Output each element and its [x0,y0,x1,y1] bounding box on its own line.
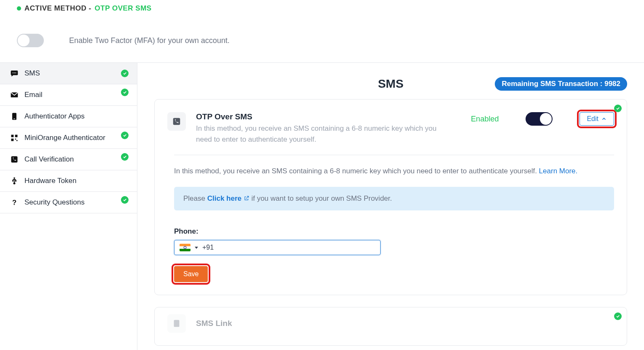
phone-input-group[interactable] [174,240,381,255]
svg-rect-4 [13,118,15,119]
svg-rect-6 [15,135,18,137]
method-body-text: In this method, you receive an SMS conta… [174,165,614,177]
phone-icon [10,155,19,164]
svg-point-1 [14,73,15,73]
sidebar-item-label: MiniOrange Authenticator [24,134,105,142]
method-title: SMS Link [196,319,232,328]
envelope-icon [10,91,19,99]
otp-over-sms-card: OTP Over SMS In this method, you receive… [154,99,627,295]
svg-rect-5 [11,135,14,137]
learn-more-link[interactable]: Learn More. [539,167,578,175]
svg-rect-8 [15,139,16,140]
sidebar-item-authenticator-apps[interactable]: Authenticator Apps [0,106,137,127]
page-title: SMS [378,77,404,91]
svg-point-11 [13,183,15,184]
method-title: OTP Over SMS [196,112,440,121]
sidebar-item-hardware-token[interactable]: Hardware Token [0,170,137,192]
check-icon [121,70,129,77]
chevron-down-icon[interactable] [195,247,198,249]
check-icon [614,312,622,320]
remaining-label: Remaining SMS Transaction : [502,80,604,88]
remaining-value: 9982 [604,80,620,88]
status-dot [17,6,21,11]
svg-rect-9 [16,140,18,141]
phone-icon [167,112,186,131]
sidebar-item-label: Email [24,91,43,99]
usb-icon [10,177,19,185]
svg-rect-7 [11,139,14,141]
svg-rect-10 [11,156,18,163]
setup-sms-provider-link[interactable]: Click here [207,194,252,202]
sidebar-item-label: Authenticator Apps [24,112,85,121]
active-method-label: ACTIVE METHOD - [24,4,91,13]
info-prefix: Please [183,194,207,202]
check-icon [121,153,129,161]
check-icon [121,132,129,139]
sidebar-item-call-verification[interactable]: Call Verification [0,149,137,170]
svg-rect-12 [16,180,16,181]
check-icon [121,196,129,204]
qr-icon [10,134,19,142]
sidebar-item-label: SMS [24,69,40,78]
sms-link-card: SMS Link [154,307,627,346]
sidebar-item-miniorange-authenticator[interactable]: MiniOrange Authenticator [0,127,137,149]
link-icon [167,314,186,333]
edit-button[interactable]: Edit [580,112,614,126]
svg-rect-16 [174,320,180,327]
phone-app-icon [10,112,19,121]
phone-label: Phone: [174,227,614,236]
sidebar: SMS Email Authenticator Apps MiniOrange … [0,63,137,350]
question-icon: ? [10,198,19,207]
sidebar-item-sms[interactable]: SMS [0,63,137,84]
edit-button-label: Edit [587,115,598,123]
sms-provider-info: Please Click here if you want to setup y… [174,187,614,210]
svg-point-13 [13,180,13,181]
svg-text:?: ? [12,199,16,207]
chat-dots-icon [10,69,19,78]
toggle-knob [540,113,552,125]
remaining-sms-badge: Remaining SMS Transaction : 9982 [495,77,627,91]
mfa-enable-toggle[interactable] [17,34,44,47]
sidebar-item-label: Security Questions [24,198,85,207]
sidebar-item-email[interactable]: Email [0,84,137,106]
info-link-text: Click here [207,194,244,202]
body-text: In this method, you receive an SMS conta… [174,167,539,175]
check-icon [614,105,622,112]
phone-input[interactable] [202,244,375,251]
chevron-up-icon [601,116,607,122]
method-description: In this method, you receive an SMS conta… [196,123,440,145]
active-method-value: OTP OVER SMS [95,4,152,13]
svg-rect-15 [173,118,180,125]
info-suffix: if you want to setup your own SMS Provid… [251,194,392,202]
external-link-icon [244,195,250,201]
check-icon [121,89,129,96]
sidebar-item-label: Hardware Token [24,177,76,185]
country-flag-icon[interactable] [180,244,191,251]
mfa-enable-text: Enable Two Factor (MFA) for your own acc… [69,36,230,45]
save-button[interactable]: Save [174,266,208,282]
status-label: Enabled [471,115,499,124]
svg-point-0 [13,73,13,73]
sidebar-item-security-questions[interactable]: ? Security Questions [0,192,137,213]
method-enable-toggle[interactable] [526,112,553,126]
toggle-knob [18,35,30,46]
svg-point-2 [15,73,16,73]
sidebar-item-label: Call Verification [24,155,74,164]
